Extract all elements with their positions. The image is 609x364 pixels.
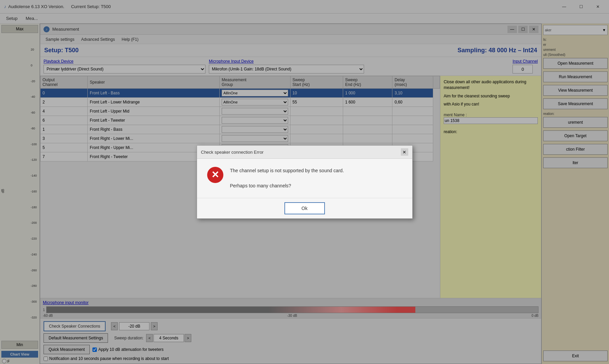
error-icon-circle: ✕ bbox=[207, 167, 223, 183]
error-title-bar: Check speaker connection Error ✕ bbox=[197, 146, 412, 159]
error-dialog: Check speaker connection Error ✕ ✕ The c… bbox=[197, 145, 413, 218]
error-footer: Ok bbox=[197, 198, 412, 218]
error-title-text: Check speaker connection Error bbox=[201, 150, 264, 155]
error-message-line1: The channel setup is not supported by th… bbox=[230, 167, 344, 174]
error-message-line2: Perhaps too many channels? bbox=[230, 182, 344, 189]
error-close-btn[interactable]: ✕ bbox=[401, 148, 408, 156]
error-overlay: Check speaker connection Error ✕ ✕ The c… bbox=[0, 0, 609, 364]
ok-button[interactable]: Ok bbox=[284, 202, 325, 214]
error-message: The channel setup is not supported by th… bbox=[230, 167, 344, 189]
error-icon: ✕ bbox=[207, 167, 223, 183]
error-body: ✕ The channel setup is not supported by … bbox=[197, 159, 412, 198]
error-x-icon: ✕ bbox=[211, 170, 219, 180]
